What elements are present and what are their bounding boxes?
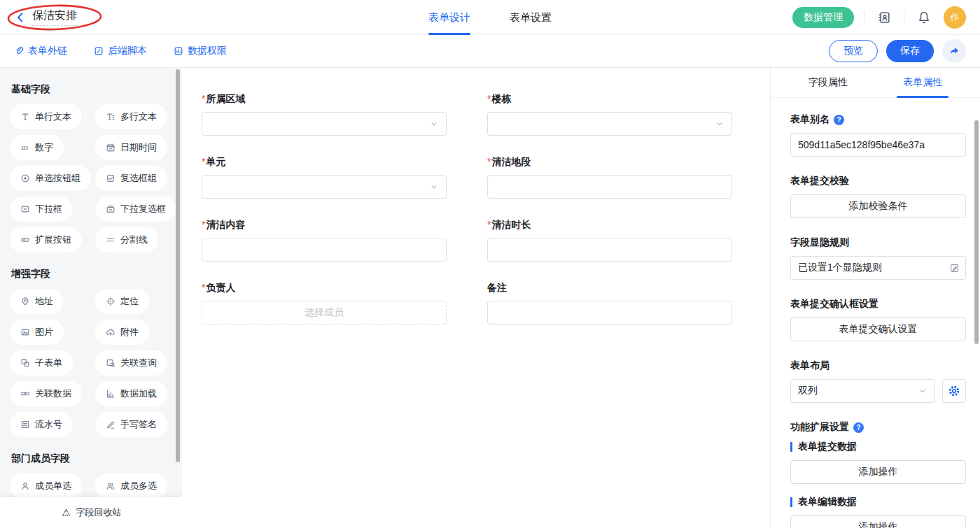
toolbar-link[interactable]: 后端脚本 [94,45,147,57]
canvas-field[interactable]: 备注 [487,282,732,324]
canvas-field[interactable]: *清洁时长 [487,219,732,262]
canvas-field[interactable]: *负责人选择成员 [202,282,447,324]
panel-tab[interactable]: 表单属性 [876,68,971,97]
form-layout-select[interactable]: 双列 [790,379,935,403]
layout-settings-button[interactable] [942,379,966,403]
panel-tab-bar: 字段属性表单属性 [771,68,980,98]
notification-bell-icon[interactable] [914,8,934,27]
gear-icon [948,385,960,397]
sidebar-field-label: 地址 [35,295,53,308]
select-control[interactable] [202,175,447,199]
visibility-rules-box[interactable]: 已设置1个显隐规则 [790,256,966,280]
header-tab[interactable]: 表单设计 [428,0,470,35]
sidebar-field-pill[interactable]: 地址 [10,289,64,314]
member-single-icon [20,481,30,491]
panel-scrollbar[interactable] [974,120,979,344]
field-label: 备注 [487,282,732,294]
required-asterisk: * [487,156,491,167]
sidebar-field-label: 分割线 [120,234,148,246]
required-asterisk: * [202,219,205,230]
form-layout-value: 双列 [798,385,818,397]
canvas-field[interactable]: *所属区域 [202,93,447,136]
help-icon[interactable]: ? [834,115,844,125]
user-avatar[interactable]: 作 [944,6,966,29]
select-control[interactable] [487,112,732,136]
linked-query-icon [106,358,115,368]
visibility-rules-value: 已设置1个显隐规则 [798,262,949,274]
sidebar-field-pill[interactable]: 扩展按钮 [10,227,82,252]
toolbar-links: 表单外链后端脚本数据权限 [14,45,227,57]
sidebar-field-pill[interactable]: 单行文本 [10,104,82,129]
select-control[interactable] [202,112,447,136]
data-manage-button[interactable]: 数据管理 [792,7,854,28]
form-alias-label: 表单别名 [790,113,830,126]
sidebar-field-label: 扩展按钮 [35,234,71,246]
text-multi-icon [106,112,115,122]
form-alias-heading: 表单别名 ? [790,113,966,126]
address-book-icon[interactable] [874,8,894,27]
sidebar-field-pill[interactable]: 附件 [95,320,149,345]
sidebar-field-label: 复选框组 [120,172,157,185]
preview-button[interactable]: 预览 [829,40,878,62]
sidebar-field-pill[interactable]: 图片 [10,320,64,345]
linked-data-icon [20,389,30,399]
checkbox-group-icon [106,173,115,183]
input-control[interactable] [487,175,732,199]
sidebar-field-pill[interactable]: 流水号 [10,412,73,437]
submit-confirm-button[interactable]: 表单提交确认设置 [790,317,966,341]
form-alias-input[interactable]: 509d11a5ec128f95be46e37a [790,133,966,157]
subform-icon [20,358,30,368]
required-asterisk: * [487,93,491,104]
sidebar-field-label: 下拉框 [35,203,62,215]
save-button[interactable]: 保存 [886,40,934,62]
field-recycle-bin[interactable]: 字段回收站 [0,497,182,528]
select-icon [20,204,30,214]
add-validation-button[interactable]: 添加校验条件 [790,194,966,218]
sidebar-field-pill[interactable]: 下拉复选框 [95,197,176,222]
input-control[interactable] [202,238,447,262]
share-button[interactable] [942,39,966,63]
sidebar-field-pill[interactable]: 数据加载 [95,381,167,406]
sidebar-field-pill[interactable]: 子表单 [10,350,73,376]
sidebar-field-pill[interactable]: 日期时间 [95,135,167,160]
sidebar-field-label: 数据加载 [120,387,157,400]
panel-tab[interactable]: 字段属性 [780,68,876,97]
sidebar-field-pill[interactable]: 复选框组 [95,166,167,191]
input-control[interactable] [487,238,732,262]
sidebar-section-title: 基础字段 [11,83,172,96]
toolbar-link[interactable]: 数据权限 [174,45,227,57]
input-control[interactable] [487,301,732,324]
help-icon[interactable]: ? [853,422,864,433]
serial-icon [20,420,30,429]
sidebar-field-pill[interactable]: 分割线 [95,227,158,252]
sidebar-field-pill[interactable]: 成员单选 [10,473,82,499]
sidebar-field-pill[interactable]: 多行文本 [95,104,167,129]
canvas-field[interactable]: *楼栋 [487,93,732,136]
back-button[interactable] [14,11,27,24]
form-layout-heading: 表单布局 [790,359,966,372]
sidebar-scrollbar[interactable] [176,69,180,462]
sidebar-field-pill[interactable]: 下拉框 [10,197,73,222]
submit-data-add-action-button[interactable]: 添加操作 [790,460,966,484]
edit-data-add-action-button[interactable]: 添加操作 [790,515,966,528]
edit-icon[interactable] [949,263,960,273]
toolbar-link[interactable]: 表单外链 [14,45,67,57]
member-picker[interactable]: 选择成员 [202,301,447,324]
svg-text:123: 123 [21,145,28,151]
sidebar-field-pill[interactable]: 手写签名 [95,412,167,437]
chevron-down-icon [429,182,439,192]
image-icon [20,327,30,337]
canvas-field[interactable]: *单元 [202,156,447,199]
visibility-rules-heading: 字段显隐规则 [790,236,966,249]
sidebar-field-pill[interactable]: 成员多选 [95,473,167,499]
toolbar-link-label: 后端脚本 [108,45,147,57]
header-tab[interactable]: 表单设置 [510,0,552,35]
sidebar-field-label: 附件 [120,326,139,338]
sidebar-field-pill[interactable]: 关联查询 [95,350,167,376]
sidebar-field-pill[interactable]: 关联数据 [10,381,82,406]
sidebar-field-pill[interactable]: 定位 [95,289,149,314]
sidebar-field-pill[interactable]: 123数字 [10,135,64,160]
canvas-field[interactable]: *清洁内容 [202,219,447,262]
sidebar-field-pill[interactable]: 单选按钮组 [10,166,91,191]
canvas-field[interactable]: *清洁地段 [487,156,732,199]
